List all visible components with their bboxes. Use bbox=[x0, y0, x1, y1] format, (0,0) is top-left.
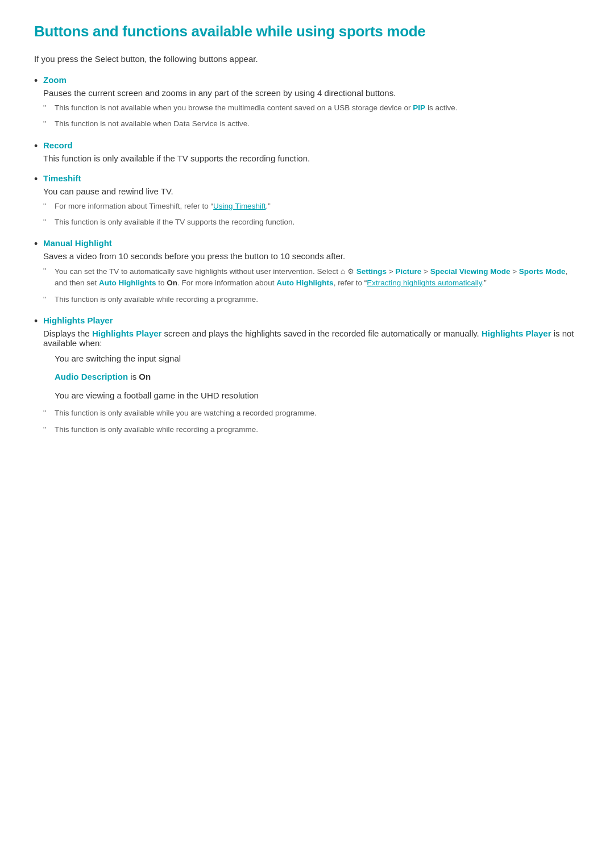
timeshift-description: You can pause and rewind live TV. bbox=[43, 186, 580, 196]
sports-mode-link[interactable]: Sports Mode bbox=[519, 267, 566, 276]
hp-indented-item-1: You are switching the input signal bbox=[55, 352, 580, 366]
intro-text: If you press the Select button, the foll… bbox=[34, 54, 580, 64]
list-item-manual-highlight: Manual Highlight Saves a video from 10 s… bbox=[34, 238, 580, 305]
main-list: Zoom Pauses the current screen and zooms… bbox=[34, 75, 580, 435]
hp-desc-text-1: Displays the bbox=[43, 329, 92, 338]
timeshift-subitem-2: This function is only available if the T… bbox=[43, 217, 580, 228]
timeshift-subitems: For more information about Timeshift, re… bbox=[43, 201, 580, 229]
on-text-2: On bbox=[139, 372, 151, 381]
highlights-player-link-2[interactable]: Highlights Player bbox=[482, 329, 551, 338]
hp-subitem-2: This function is only available while re… bbox=[43, 424, 580, 435]
hp-subitem-2-text: This function is only available while re… bbox=[55, 425, 258, 434]
home-icon: ⌂ bbox=[341, 267, 345, 276]
list-item-record: Record This function is only available i… bbox=[34, 140, 580, 163]
highlights-player-title[interactable]: Highlights Player bbox=[43, 315, 580, 325]
pip-link[interactable]: PIP bbox=[413, 103, 425, 112]
zoom-title[interactable]: Zoom bbox=[43, 75, 580, 85]
settings-gear-icon: ⚙ bbox=[347, 267, 354, 276]
hp-subitem-1: This function is only available while yo… bbox=[43, 408, 580, 419]
timeshift-subitem-2-text: This function is only available if the T… bbox=[55, 218, 294, 226]
audio-description-link[interactable]: Audio Description bbox=[55, 372, 128, 381]
record-description: This function is only available if the T… bbox=[43, 153, 580, 163]
list-item-highlights-player: Highlights Player Displays the Highlight… bbox=[34, 315, 580, 435]
zoom-subitem-1-text-before: This function is not available when you … bbox=[55, 103, 413, 112]
hp-indented-item-3: You are viewing a football game in the U… bbox=[55, 389, 580, 402]
manual-highlight-subitem-1: You can set the TV to automatically save… bbox=[43, 265, 580, 289]
highlights-player-subitems: This function is only available while yo… bbox=[43, 408, 580, 435]
list-item-zoom: Zoom Pauses the current screen and zooms… bbox=[34, 75, 580, 130]
manual-highlight-subitem-2: This function is only available while re… bbox=[43, 294, 580, 305]
manual-highlight-subitem-2-text: This function is only available while re… bbox=[55, 295, 258, 304]
auto-highlights-link-1[interactable]: Auto Highlights bbox=[99, 279, 156, 287]
highlights-player-description: Displays the Highlights Player screen an… bbox=[43, 329, 580, 348]
timeshift-title[interactable]: Timeshift bbox=[43, 173, 580, 183]
manual-highlight-title[interactable]: Manual Highlight bbox=[43, 238, 580, 248]
on-text-1: On bbox=[167, 279, 177, 287]
hp-indented-item-3-text: You are viewing a football game in the U… bbox=[55, 391, 259, 400]
zoom-subitem-2-text: This function is not available when Data… bbox=[55, 119, 250, 128]
extracting-highlights-link[interactable]: Extracting highlights automatically bbox=[367, 279, 482, 287]
hp-indented-item-1-text: You are switching the input signal bbox=[55, 354, 181, 363]
timeshift-subitem-1-before: For more information about Timeshift, re… bbox=[55, 202, 213, 210]
timeshift-subitem-1: For more information about Timeshift, re… bbox=[43, 201, 580, 212]
settings-nav-link[interactable]: Settings bbox=[356, 267, 387, 276]
list-item-timeshift: Timeshift You can pause and rewind live … bbox=[34, 173, 580, 229]
hp-indented-item-2-is: is bbox=[128, 372, 139, 381]
hp-subitem-1-text: This function is only available while yo… bbox=[55, 409, 317, 417]
auto-highlights-link-2[interactable]: Auto Highlights bbox=[276, 279, 333, 287]
hp-desc-text-2: screen and plays the highlights saved in… bbox=[161, 329, 482, 338]
zoom-description: Pauses the current screen and zooms in a… bbox=[43, 88, 580, 98]
using-timeshift-link[interactable]: Using Timeshift bbox=[213, 202, 265, 210]
page-title: Buttons and functions available while us… bbox=[34, 23, 580, 40]
zoom-subitems: This function is not available when you … bbox=[43, 102, 580, 130]
hp-indented-item-2: Audio Description is On bbox=[55, 371, 580, 384]
timeshift-subitem-1-after: .” bbox=[265, 202, 270, 210]
highlights-player-link-1[interactable]: Highlights Player bbox=[92, 329, 162, 338]
picture-nav-link[interactable]: Picture bbox=[395, 267, 421, 276]
zoom-subitem-1: This function is not available when you … bbox=[43, 102, 580, 114]
record-title[interactable]: Record bbox=[43, 140, 580, 150]
zoom-subitem-1-text-after: is active. bbox=[425, 103, 457, 112]
hp-indented-items: You are switching the input signal Audio… bbox=[55, 352, 580, 402]
manual-highlight-subitems: You can set the TV to automatically save… bbox=[43, 265, 580, 305]
manual-highlight-subitem-1-before: You can set the TV to automatically save… bbox=[55, 267, 341, 276]
manual-highlight-description: Saves a video from 10 seconds before you… bbox=[43, 251, 580, 261]
special-viewing-mode-link[interactable]: Special Viewing Mode bbox=[430, 267, 511, 276]
zoom-subitem-2: This function is not available when Data… bbox=[43, 118, 580, 130]
